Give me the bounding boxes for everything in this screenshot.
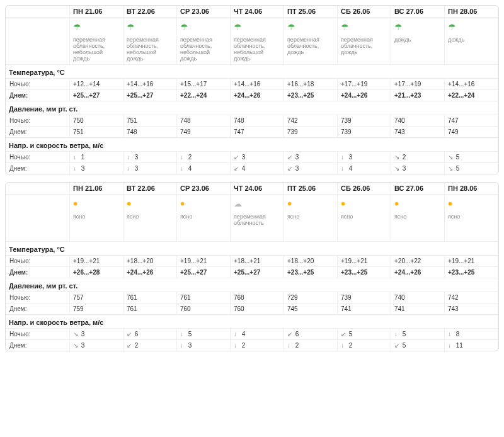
weather-desc: дождь [391,35,445,65]
value-cell: 761 [123,304,177,315]
weather-icon-cell [445,195,498,213]
value-cell: +16...+18 [284,79,338,90]
day-header: ВС 27.06 [391,6,445,18]
row-label: Днем: [6,304,70,315]
value-cell: ↓ 2 [177,152,231,163]
sun-icon [127,199,135,208]
value-cell: 757 [70,292,123,304]
value-cell: ↘ 5 [445,152,498,163]
value-cell: +17...+19 [391,79,445,90]
value-cell: 743 [445,304,498,315]
day-header: ПН 21.06 [70,6,123,18]
value-cell: 739 [338,127,391,138]
value-cell: 748 [123,127,177,138]
value-cell: 739 [338,115,391,127]
value-cell: ↓ 4 [231,329,284,340]
day-header: ПН 28.06 [445,183,498,195]
day-header: ПН 28.06 [445,6,498,18]
value-cell: ↓ 3 [123,152,177,163]
value-cell: ↙ 6 [123,329,177,340]
weather-desc: ясно [391,212,445,242]
value-cell: ↓ 1 [70,152,123,163]
weather-icon-cell [177,195,231,213]
value-cell: 747 [231,127,284,138]
weather-desc: ясно [123,212,177,242]
day-header: СБ 26.06 [338,183,391,195]
day-header: ВС 27.06 [391,183,445,195]
value-cell: +25...+27 [123,90,177,101]
weather-desc: ясно [284,212,338,242]
value-cell: +20...+22 [391,256,445,267]
value-cell: +19...+21 [445,256,498,267]
value-cell: ↙ 3 [284,152,338,163]
weather-icon-cell [284,195,338,213]
value-cell: +14...+16 [231,79,284,90]
value-cell: +24...+26 [391,267,445,278]
section-pressure: Давление, мм рт. ст. [6,278,498,292]
value-cell: ↙ 2 [123,340,177,351]
value-cell: 760 [177,304,231,315]
value-cell: +17...+19 [338,79,391,90]
weather-desc: ясно [177,212,231,242]
value-cell: 751 [70,127,123,138]
value-cell: ↘ 3 [391,163,445,174]
value-cell: +26...+28 [70,267,123,278]
value-cell: 739 [284,127,338,138]
value-cell: +25...+27 [177,267,231,278]
section-temp: Температура, °C [6,65,498,79]
value-cell: 759 [70,304,123,315]
day-header: ПТ 25.06 [284,183,338,195]
weather-icon-cell [338,195,391,213]
weather-icon-cell [284,18,338,36]
day-header: ПН 21.06 [70,183,123,195]
value-cell: +19...+21 [70,256,123,267]
weather-desc: переменная облачность, небольшой дождь [70,35,123,65]
value-cell: 748 [231,115,284,127]
weather-desc: переменная облачность, дождь [338,35,391,65]
weather-icon-cell [70,18,123,36]
value-cell: 741 [338,304,391,315]
row-label: Ночью: [6,115,70,127]
umbrella-icon [394,22,403,31]
value-cell: 760 [231,304,284,315]
weather-icon-cell [177,18,231,36]
value-cell: ↓ 2 [231,340,284,351]
value-cell: ↓ 8 [445,329,498,340]
value-cell: ↓ 4 [177,163,231,174]
value-cell: ↙ 4 [231,163,284,174]
value-cell: 743 [391,127,445,138]
sun-icon [287,199,296,208]
sun-icon [394,199,403,208]
weather-desc: дождь [445,35,498,65]
weather-icon-cell [123,195,177,213]
value-cell: +22...+24 [177,90,231,101]
value-cell: 742 [284,115,338,127]
value-cell: +25...+27 [70,90,123,101]
value-cell: ↙ 6 [284,329,338,340]
value-cell: ↓ 4 [338,163,391,174]
weather-desc: переменная облачность, небольшой дождь [177,35,231,65]
value-cell: +21...+23 [391,90,445,101]
sun-icon [341,199,350,208]
value-cell: ↓ 3 [177,340,231,351]
value-cell: +18...+21 [231,256,284,267]
value-cell: +14...+16 [123,79,177,90]
value-cell: 741 [391,304,445,315]
weather-icon-cell [391,18,445,36]
value-cell: +23...+25 [284,90,338,101]
weather-desc: ясно [445,212,498,242]
value-cell: 749 [445,127,498,138]
day-header: СР 23.06 [177,6,231,18]
value-cell: ↓ 11 [445,340,498,351]
day-header: ЧТ 24.06 [231,6,284,18]
value-cell: 749 [177,127,231,138]
weather-icon-cell [231,18,284,36]
weather-icon-cell [338,18,391,36]
value-cell: 729 [284,292,338,304]
value-cell: ↓ 5 [391,329,445,340]
section-pressure: Давление, мм рт. ст. [6,101,498,115]
value-cell: +18...+20 [284,256,338,267]
forecast-table: ПН 21.06ВТ 22.06СР 23.06ЧТ 24.06ПТ 25.06… [6,6,498,174]
section-wind: Напр. и скорость ветра, м/с [6,315,498,329]
weather-desc: переменная облачность, небольшой дождь [123,35,177,65]
